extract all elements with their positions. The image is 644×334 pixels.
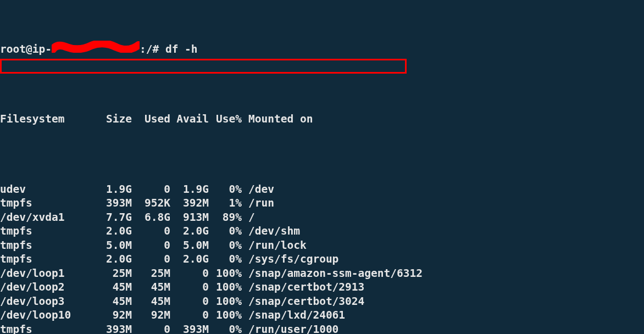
cell-filesystem: /dev/loop10 (0, 308, 93, 322)
df-row: tmpfs5.0M05.0M0%/run/lock (0, 238, 644, 253)
cell-used: 0 (132, 182, 170, 197)
header-used: Used (132, 112, 170, 126)
df-row: /dev/xvda17.7G6.8G913M89%/ (0, 210, 644, 225)
terminal-output[interactable]: root@ip-:/# df -h FilesystemSizeUsedAvai… (0, 0, 644, 334)
df-row: /dev/loop1092M92M0100%/snap/lxd/24061 (0, 308, 644, 322)
cell-size: 1.9G (93, 182, 132, 197)
cell-used: 0 (132, 224, 170, 238)
cell-filesystem: /dev/xvda1 (0, 210, 93, 225)
cell-usepct: 100% (209, 280, 242, 294)
header-usepct: Use% (209, 112, 242, 126)
cell-size: 45M (93, 294, 132, 309)
cell-usepct: 0% (209, 238, 242, 253)
cell-avail: 913M (170, 210, 209, 225)
redacted-hostname-icon (52, 41, 140, 55)
cell-avail: 0 (170, 294, 209, 309)
cell-avail: 1.9G (170, 182, 209, 197)
cell-filesystem: tmpfs (0, 196, 93, 210)
cell-used: 6.8G (132, 210, 170, 225)
cell-mount: / (242, 210, 255, 225)
cell-usepct: 100% (209, 308, 242, 322)
df-header-row: FilesystemSizeUsedAvailUse%Mounted on (0, 112, 644, 126)
df-row: tmpfs393M0393M0%/run/user/1000 (0, 322, 644, 335)
highlight-rectangle-icon (0, 59, 407, 74)
cell-size: 7.7G (93, 210, 132, 225)
cell-avail: 0 (170, 266, 209, 281)
cell-avail: 392M (170, 196, 209, 210)
cell-avail: 2.0G (170, 224, 209, 238)
cell-used: 25M (132, 266, 170, 281)
cell-filesystem: tmpfs (0, 252, 93, 266)
cell-avail: 0 (170, 308, 209, 322)
cell-filesystem: /dev/loop2 (0, 280, 93, 294)
cell-size: 2.0G (93, 224, 132, 238)
cell-filesystem: tmpfs (0, 238, 93, 253)
cell-mount: /snap/certbot/3024 (242, 294, 364, 309)
cell-filesystem: /dev/loop3 (0, 294, 93, 309)
cell-used: 0 (132, 252, 170, 266)
cell-avail: 393M (170, 322, 209, 335)
cell-filesystem: tmpfs (0, 224, 93, 238)
cell-used: 0 (132, 322, 170, 335)
cell-size: 393M (93, 196, 132, 210)
cell-used: 0 (132, 238, 170, 253)
cell-usepct: 0% (209, 182, 242, 197)
cell-filesystem: tmpfs (0, 322, 93, 335)
cell-filesystem: udev (0, 182, 93, 197)
cell-avail: 0 (170, 280, 209, 294)
cell-usepct: 1% (209, 196, 242, 210)
cell-usepct: 89% (209, 210, 242, 225)
cell-size: 5.0M (93, 238, 132, 253)
cell-avail: 5.0M (170, 238, 209, 253)
cell-usepct: 100% (209, 294, 242, 309)
cell-mount: /run/lock (242, 238, 307, 253)
cell-avail: 2.0G (170, 252, 209, 266)
header-avail: Avail (170, 112, 209, 126)
prompt-user-host: root@ip- (0, 42, 52, 57)
df-row: tmpfs2.0G02.0G0%/dev/shm (0, 224, 644, 238)
cell-usepct: 0% (209, 252, 242, 266)
header-size: Size (93, 112, 132, 126)
header-filesystem: Filesystem (0, 112, 93, 126)
cell-mount: /run (242, 196, 274, 210)
cell-mount: /snap/amazon-ssm-agent/6312 (242, 266, 423, 281)
df-row: /dev/loop345M45M0100%/snap/certbot/3024 (0, 294, 644, 309)
cell-size: 393M (93, 322, 132, 335)
cell-mount: /snap/lxd/24061 (242, 308, 345, 322)
cell-mount: /sys/fs/cgroup (242, 252, 338, 266)
cell-size: 45M (93, 280, 132, 294)
cell-used: 45M (132, 280, 170, 294)
prompt-suffix: :/# (140, 42, 165, 57)
cell-mount: /dev (242, 182, 274, 197)
prompt-line-1: root@ip-:/# df -h (0, 42, 644, 57)
command-text: df -h (165, 42, 198, 57)
cell-mount: /dev/shm (242, 224, 300, 238)
cell-size: 92M (93, 308, 132, 322)
cell-usepct: 0% (209, 224, 242, 238)
cell-mount: /snap/certbot/2913 (242, 280, 364, 294)
header-mounted-on: Mounted on (242, 112, 313, 126)
cell-used: 952K (132, 196, 170, 210)
df-row: tmpfs2.0G02.0G0%/sys/fs/cgroup (0, 252, 644, 266)
df-row: tmpfs393M952K392M1%/run (0, 196, 644, 210)
df-row: /dev/loop125M25M0100%/snap/amazon-ssm-ag… (0, 266, 644, 281)
cell-size: 25M (93, 266, 132, 281)
cell-usepct: 100% (209, 266, 242, 281)
cell-size: 2.0G (93, 252, 132, 266)
df-row: udev1.9G01.9G0%/dev (0, 182, 644, 197)
cell-usepct: 0% (209, 322, 242, 335)
cell-mount: /run/user/1000 (242, 322, 338, 335)
cell-used: 45M (132, 294, 170, 309)
df-row: /dev/loop245M45M0100%/snap/certbot/2913 (0, 280, 644, 294)
cell-used: 92M (132, 308, 170, 322)
cell-filesystem: /dev/loop1 (0, 266, 93, 281)
